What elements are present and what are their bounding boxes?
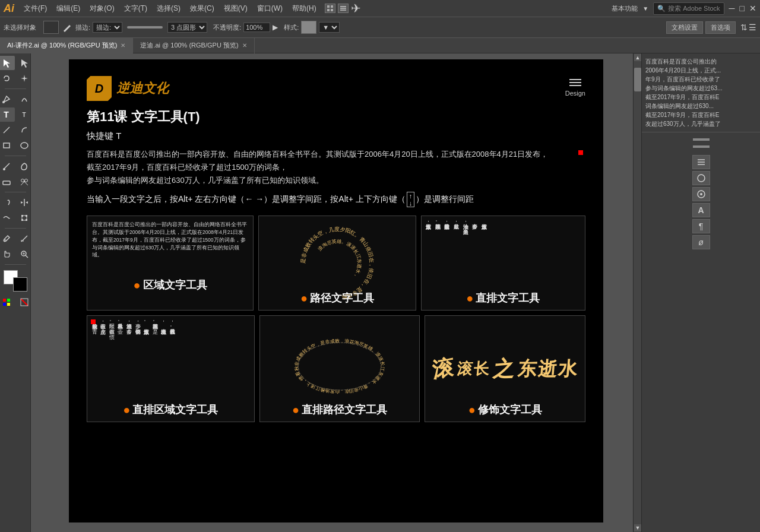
touch-type-tool[interactable]: T [16,107,33,122]
document-canvas: D 逆迪文化 Design 第11课 文字工具(T) [69,59,603,522]
stroke-color-swatch[interactable] [43,21,59,34]
menu-window[interactable]: 窗口(W) [252,2,287,15]
scroll-up-btn[interactable]: ▲ [634,53,641,62]
svg-text:浪淘尽英雄。滚滚长江东逝水，: 浪淘尽英雄。滚滚长江东逝水， [317,239,362,280]
lasso-tools [0,71,33,86]
eyedropper-tool[interactable] [0,232,15,246]
panel-icon-3[interactable] [692,187,710,201]
workspace-icon[interactable]: ☰ [749,23,756,32]
selection-tool[interactable] [0,56,15,70]
eraser-tool[interactable] [0,175,15,189]
svg-point-14 [24,179,27,182]
restore-btn[interactable]: □ [740,4,745,13]
rotate-tool[interactable] [0,195,15,210]
vert-area-example: 非成败转头空，青 山依旧在，几度夕 阳红。依旧在，惯 看秋月春风。一壶 浊酒相逢… [87,315,255,422]
right-panel-tools: A ¶ ø [642,132,760,253]
zoom-tool[interactable] [16,247,33,261]
style-swatch[interactable] [301,21,316,34]
vert-text-label: ● 直排文字工具 [466,291,540,305]
svg-rect-33 [3,303,6,306]
stroke-label: 描边: [75,23,90,32]
none-btn[interactable] [16,295,33,309]
scissors-tool[interactable] [16,175,33,189]
svg-rect-1 [331,5,333,8]
rotate-tools [0,195,33,210]
svg-line-8 [4,127,10,133]
hamburger-design[interactable]: Design [565,79,585,98]
select-tools [0,56,33,70]
ellipse-tool[interactable] [16,138,33,153]
magic-wand-tool[interactable] [16,71,33,86]
hand-tool[interactable] [0,247,15,261]
search-bar[interactable]: 🔍 搜索 Adobe Stock [653,2,724,15]
arrange-icon[interactable]: ⇅ [740,23,748,32]
warp-tool[interactable] [0,211,15,225]
tab-1[interactable]: AI-课件2.ai @ 100% (RGB/GPU 预览) ✕ [0,38,133,53]
reflect-tool[interactable] [16,195,33,210]
point-shape-select[interactable]: 3 点圆形 [167,22,207,33]
area-text-example: 百度百科是百度公司推出的一部内容开放、自由的网络百科全书平台。其测试版于2006… [87,216,254,311]
svg-point-13 [21,179,24,182]
rect-tool[interactable] [0,138,15,153]
intro-text: 百度百科是百度公司推出的一部内容开放、自由的网络百科全书平台。其测试版于2006… [87,148,585,187]
panel-icon-type[interactable]: A [692,203,710,217]
panel-icon-para[interactable]: ¶ [692,219,710,233]
menu-select[interactable]: 选择(S) [152,2,185,15]
vert-path-example: 非成败转头空，是非成败，浪花淘尽英雄。滚滚长江东逝水，青山依旧在，白发渔樵江渚上… [259,315,420,422]
path-text-label: ● 路径文字工具 [300,291,374,305]
free-transform-tool[interactable] [16,211,33,225]
lasso-tool[interactable] [0,71,15,86]
menu-edit[interactable]: 编辑(E) [52,2,85,15]
measure-tool[interactable] [16,232,33,246]
background-color[interactable] [13,277,27,292]
tab-1-close[interactable]: ✕ [121,42,125,49]
minimize-btn[interactable]: ─ [729,4,735,13]
panel-handle-2 [693,145,710,148]
send-icon[interactable]: ✈ [351,1,361,15]
type-tool[interactable]: T [0,107,15,122]
style-select[interactable]: ▼ [319,22,340,33]
panel-icon-2[interactable] [692,171,710,185]
preferences-btn[interactable]: 首选项 [705,21,736,34]
type-tools: T T [0,107,33,122]
panel-icon-glyph[interactable]: ø [692,235,710,249]
opacity-input[interactable] [243,23,270,32]
close-btn[interactable]: ✕ [749,4,756,13]
tab-2-close[interactable]: ✕ [242,42,247,49]
curvature-tool[interactable] [16,92,33,106]
arc-tool[interactable] [16,123,33,137]
doc-settings-btn[interactable]: 文档设置 [666,21,703,34]
canvas-wrapper[interactable]: D 逆迪文化 Design 第11课 文字工具(T) [37,59,635,532]
menu-object[interactable]: 对象(O) [85,2,119,15]
color-mode-btn[interactable] [0,295,15,309]
scroll-thumb[interactable] [634,68,641,91]
area-text-label-text: 区域文字工具 [143,278,207,292]
char-3: 东逝水 [517,356,580,382]
svg-rect-5 [340,8,346,9]
tab-2[interactable]: 逆迪.ai @ 100% (RGB/GPU 预览) ✕ [133,38,254,53]
menu-help[interactable]: 帮助(H) [287,2,321,15]
menu-type[interactable]: 文字(T) [119,2,152,15]
scroll-down-btn[interactable]: ▼ [634,524,641,532]
hamburger-icon [565,79,585,86]
menu-file[interactable]: 文件(F) [19,2,52,15]
paintbrush-tool[interactable] [0,159,15,173]
line-tool[interactable] [0,123,15,137]
svg-line-35 [21,299,28,306]
right-text-preview: 百度百科是百度公司推出的 2006年4月20日上线，正式... 年9月，百度百科… [642,53,760,132]
svg-line-24 [21,236,27,242]
stroke-slider[interactable] [127,26,163,28]
blob-brush-tool[interactable] [16,159,33,173]
menu-effect[interactable]: 效果(C) [185,2,219,15]
panel-icon-1[interactable] [692,155,710,169]
menu-view[interactable]: 视图(V) [219,2,252,15]
direct-select-tool[interactable] [16,56,33,70]
toolbar: 未选择对象 描边: 描边: 3 点圆形 不透明度: ▶ 样式: ▼ 文档设置 首… [0,17,760,38]
opacity-increase[interactable]: ▶ [273,23,278,31]
brush-tool[interactable] [61,21,73,33]
feature-dropdown[interactable]: ▼ [642,5,648,12]
pen-tool[interactable] [0,92,15,106]
search-placeholder: 搜索 Adobe Stock [668,4,720,13]
stroke-select[interactable]: 描边: [93,22,122,33]
svg-rect-6 [340,10,346,11]
